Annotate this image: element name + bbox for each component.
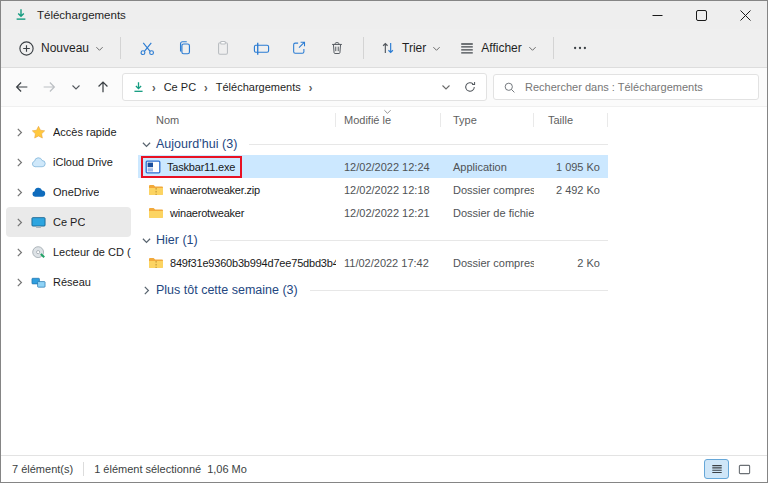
app-file-icon: [145, 159, 161, 175]
group-header[interactable]: Plus tôt cette semaine (3): [138, 279, 608, 301]
column-headers: Nom Modifié le Type Taille: [138, 107, 608, 133]
chevron-right-icon[interactable]: [15, 188, 24, 197]
command-toolbar: Nouveau: [1, 29, 767, 68]
cut-button[interactable]: [128, 33, 166, 63]
more-options-button[interactable]: [561, 33, 599, 63]
sort-ascending-icon: [383, 108, 392, 116]
chevron-right-icon[interactable]: [15, 158, 24, 167]
maximize-button[interactable]: [679, 1, 723, 29]
downloads-icon: [132, 81, 145, 94]
sidebar-item-label: Accès rapide: [53, 126, 117, 138]
address-dropdown-button[interactable]: [441, 82, 451, 92]
search-box[interactable]: [493, 74, 759, 100]
scissors-icon: [139, 40, 156, 57]
share-button[interactable]: [280, 33, 318, 63]
rename-icon: [253, 40, 270, 57]
back-button[interactable]: [9, 74, 35, 100]
breadcrumb-telechargements[interactable]: Téléchargements: [215, 81, 302, 93]
sort-button[interactable]: Trier: [371, 33, 450, 63]
breadcrumb-separator-icon: ›: [150, 80, 158, 94]
sidebar-item-onedrive[interactable]: OneDrive: [6, 177, 131, 207]
details-view-button[interactable]: [704, 459, 729, 479]
file-size: [534, 201, 608, 224]
up-button[interactable]: [90, 74, 116, 100]
group-label: Hier (1): [156, 233, 198, 247]
group-header[interactable]: Hier (1): [138, 229, 608, 251]
sidebar-item-icloud-drive[interactable]: iCloud Drive: [6, 147, 131, 177]
file-group: Plus tôt cette semaine (3): [138, 279, 608, 301]
view-button-label: Afficher: [481, 41, 521, 55]
zip-file-icon: [148, 255, 164, 271]
sidebar-item-label: Ce PC: [53, 216, 85, 228]
copy-button[interactable]: [166, 33, 204, 63]
sidebar-item-acces-rapide[interactable]: Accès rapide: [6, 117, 131, 147]
sidebar-item-lecteur-cd[interactable]: Lecteur de CD (D:) C: [6, 237, 131, 267]
toolbar-separator: [120, 37, 121, 59]
main-area: Accès rapideiCloud DriveOneDriveCe PCLec…: [1, 107, 767, 455]
paste-button[interactable]: [204, 33, 242, 63]
chevron-down-icon: [528, 44, 537, 53]
toolbar-separator: [363, 37, 364, 59]
chevron-right-icon[interactable]: [15, 128, 24, 137]
plus-circle-icon: [18, 40, 35, 57]
recent-locations-button[interactable]: [63, 74, 89, 100]
column-header-type[interactable]: Type: [441, 107, 534, 133]
sidebar-item-label: iCloud Drive: [53, 156, 113, 168]
file-modified: 12/02/2022 12:18: [336, 178, 441, 201]
group-header[interactable]: Aujourd’hui (3): [138, 133, 608, 155]
chevron-right-icon[interactable]: [141, 286, 151, 295]
sidebar-item-ce-pc[interactable]: Ce PC: [6, 207, 131, 237]
column-header-taille[interactable]: Taille: [534, 107, 608, 133]
search-input[interactable]: [523, 80, 749, 94]
minimize-button[interactable]: [635, 1, 679, 29]
group-rule: [210, 240, 608, 241]
file-group: Aujourd’hui (3)Taskbar11.exe12/02/2022 1…: [138, 133, 608, 224]
column-header-modifie-le[interactable]: Modifié le: [336, 107, 441, 133]
delete-button[interactable]: [318, 33, 356, 63]
file-type: Dossier compressé: [441, 251, 534, 274]
file-name: winaerotweaker: [170, 207, 244, 219]
chevron-down-icon[interactable]: [141, 236, 151, 245]
sidebar-item-label: Lecteur de CD (D:) C: [53, 246, 131, 258]
file-modified: 12/02/2022 12:21: [336, 201, 441, 224]
sidebar-item-reseau[interactable]: Réseau: [6, 267, 131, 297]
view-button[interactable]: Afficher: [450, 33, 545, 63]
breadcrumb-ce-pc[interactable]: Ce PC: [163, 81, 197, 93]
file-row[interactable]: Taskbar11.exe12/02/2022 12:24Application…: [138, 155, 608, 178]
sort-button-label: Trier: [402, 41, 426, 55]
file-row[interactable]: winaerotweaker.zip12/02/2022 12:18Dossie…: [138, 178, 608, 201]
chevron-down-icon[interactable]: [141, 140, 151, 149]
list-lines-icon: [459, 40, 475, 56]
file-explorer-window: Téléchargements Nouveau: [0, 0, 768, 483]
large-icons-view-button[interactable]: [732, 459, 757, 479]
chevron-right-icon[interactable]: [15, 218, 24, 227]
chevron-right-icon[interactable]: [15, 248, 24, 257]
clipboard-icon: [215, 40, 231, 56]
file-row[interactable]: winaerotweaker12/02/2022 12:21Dossier de…: [138, 201, 608, 224]
onedrive-icon: [31, 185, 46, 200]
file-row[interactable]: 849f31e9360b3b994d7ee75dbd3b44ff-205...1…: [138, 251, 608, 274]
breadcrumb-separator-icon: ›: [202, 80, 210, 94]
new-button[interactable]: Nouveau: [9, 33, 113, 63]
file-name: 849f31e9360b3b994d7ee75dbd3b44ff-205...: [170, 257, 336, 269]
close-button[interactable]: [723, 1, 767, 29]
selection-size: 1,06 Mo: [207, 463, 247, 475]
sort-icon: [380, 40, 396, 56]
ellipsis-icon: [572, 40, 588, 56]
group-label: Plus tôt cette semaine (3): [156, 283, 298, 297]
sidebar-item-label: Réseau: [53, 276, 91, 288]
rename-button[interactable]: [242, 33, 280, 63]
refresh-button[interactable]: [463, 80, 477, 94]
copy-icon: [177, 40, 193, 56]
red-highlight-annotation: Taskbar11.exe: [141, 156, 242, 178]
file-type: Dossier compressé: [441, 178, 534, 201]
cd-icon: [31, 245, 46, 260]
new-button-label: Nouveau: [41, 41, 89, 55]
forward-button[interactable]: [36, 74, 62, 100]
title-bar: Téléchargements: [1, 1, 767, 29]
item-count: 7 élément(s): [12, 463, 73, 475]
address-bar[interactable]: › Ce PC › Téléchargements ›: [122, 73, 487, 101]
chevron-right-icon[interactable]: [15, 278, 24, 287]
navigation-pane: Accès rapideiCloud DriveOneDriveCe PCLec…: [1, 107, 136, 455]
column-header-nom[interactable]: Nom: [138, 107, 336, 133]
